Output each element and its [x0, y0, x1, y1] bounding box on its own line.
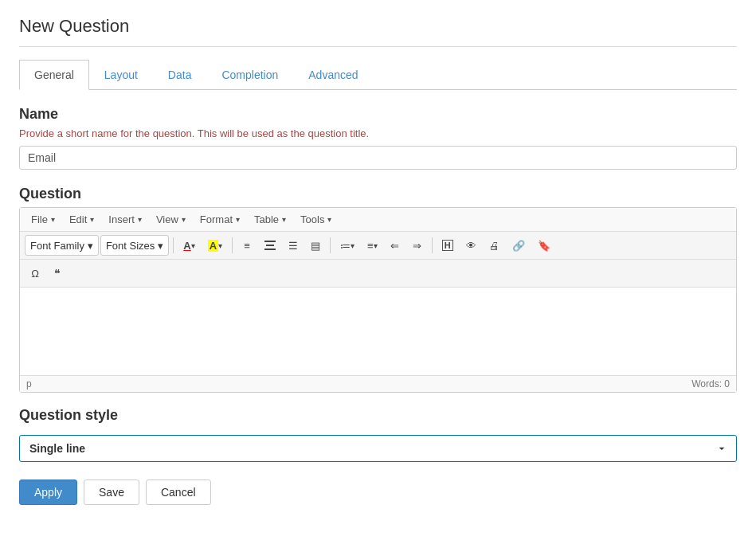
cancel-button[interactable]: Cancel	[146, 480, 211, 505]
question-style-title: Question style	[19, 407, 737, 424]
menu-format-caret: ▾	[236, 215, 240, 224]
special-char-icon: Ω	[31, 268, 39, 280]
align-left-button[interactable]: ≡	[237, 235, 257, 256]
block-quote-icon: ❝	[54, 267, 61, 280]
menu-insert-caret: ▾	[138, 215, 142, 224]
bookmark-icon: 🔖	[538, 240, 550, 252]
name-section-hint: Provide a short name for the question. T…	[19, 127, 737, 139]
numbered-list-icon: ≡	[367, 240, 374, 252]
find-replace-icon: H	[442, 240, 453, 251]
save-button[interactable]: Save	[84, 480, 139, 505]
font-color-button[interactable]: A ▾	[178, 235, 200, 256]
bullet-list-icon: ≔	[340, 240, 351, 252]
menu-file[interactable]: File ▾	[25, 211, 61, 228]
name-section: Name Provide a short name for the questi…	[19, 106, 737, 186]
menu-edit[interactable]: Edit ▾	[63, 211, 100, 228]
block-quote-button[interactable]: ❝	[47, 263, 68, 284]
bullet-list-button[interactable]: ≔ ▾	[335, 235, 360, 256]
font-color-icon: A	[183, 240, 190, 252]
font-family-dropdown[interactable]: Font Family ▾	[25, 235, 99, 256]
page-container: New Question General Layout Data Complet…	[0, 0, 756, 548]
link-button[interactable]: 🔗	[507, 235, 531, 256]
editor-word-count: Words: 0	[691, 378, 730, 389]
separator-4	[432, 237, 433, 253]
align-justify-icon: ▤	[311, 240, 320, 252]
align-center-icon	[264, 240, 276, 251]
menu-view[interactable]: View ▾	[150, 211, 192, 228]
preview-button[interactable]: 👁	[460, 235, 482, 256]
find-replace-button[interactable]: H	[437, 235, 459, 256]
tab-completion[interactable]: Completion	[206, 60, 293, 90]
font-sizes-caret-icon: ▾	[158, 240, 163, 252]
menu-tools[interactable]: Tools ▾	[294, 211, 338, 228]
menu-table-caret: ▾	[282, 215, 286, 224]
tab-data[interactable]: Data	[153, 60, 207, 90]
editor-menubar: File ▾ Edit ▾ Insert ▾ View ▾ Format ▾	[20, 208, 736, 232]
align-right-icon: ☰	[288, 240, 298, 252]
align-right-button[interactable]: ☰	[283, 235, 304, 256]
align-left-icon: ≡	[244, 240, 250, 252]
menu-edit-caret: ▾	[90, 215, 94, 224]
apply-button[interactable]: Apply	[19, 480, 77, 505]
menu-insert[interactable]: Insert ▾	[102, 211, 148, 228]
editor-toolbar-row1: Font Family ▾ Font Sizes ▾ A ▾ A ▾	[20, 232, 736, 260]
menu-file-caret: ▾	[51, 215, 55, 224]
numbered-list-button[interactable]: ≡ ▾	[362, 235, 383, 256]
font-sizes-dropdown[interactable]: Font Sizes ▾	[100, 235, 169, 256]
align-center-button[interactable]	[259, 235, 281, 256]
bg-color-icon: A	[208, 240, 218, 252]
menu-view-caret: ▾	[182, 215, 186, 224]
menu-format[interactable]: Format ▾	[194, 211, 246, 228]
bookmark-button[interactable]: 🔖	[532, 235, 556, 256]
question-style-select[interactable]: Single line Multiple lines Rich text	[19, 435, 737, 462]
print-button[interactable]: 🖨	[484, 235, 505, 256]
tabs-container: General Layout Data Completion Advanced	[19, 60, 737, 90]
font-color-dropdown-icon: ▾	[191, 241, 195, 250]
menu-tools-caret: ▾	[327, 215, 331, 224]
action-buttons: Apply Save Cancel	[19, 480, 737, 505]
special-char-button[interactable]: Ω	[25, 263, 45, 284]
question-style-section: Question style Single line Multiple line…	[19, 407, 737, 476]
editor-toolbar-row2: Ω ❝	[20, 260, 736, 288]
indent-button[interactable]: ⇒	[407, 235, 428, 256]
print-icon: 🖨	[489, 240, 499, 252]
editor-content-area[interactable]	[20, 288, 736, 375]
preview-icon: 👁	[466, 240, 476, 252]
menu-table[interactable]: Table ▾	[248, 211, 292, 228]
question-section: Question File ▾ Edit ▾ Insert ▾ View	[19, 186, 737, 393]
outdent-icon: ⇐	[390, 240, 399, 252]
align-justify-button[interactable]: ▤	[305, 235, 326, 256]
font-family-caret-icon: ▾	[88, 240, 93, 252]
link-icon: 🔗	[512, 240, 525, 252]
editor-statusbar: p Words: 0	[20, 375, 736, 392]
bg-color-button[interactable]: A ▾	[202, 235, 228, 256]
tab-advanced[interactable]: Advanced	[293, 60, 373, 90]
separator-1	[173, 237, 174, 253]
editor-container: File ▾ Edit ▾ Insert ▾ View ▾ Format ▾	[19, 207, 737, 393]
tab-layout[interactable]: Layout	[89, 60, 153, 90]
separator-3	[330, 237, 331, 253]
bg-color-dropdown-icon: ▾	[218, 241, 222, 250]
outdent-button[interactable]: ⇐	[385, 235, 405, 256]
editor-element-tag: p	[26, 378, 32, 389]
name-section-title: Name	[19, 106, 737, 123]
separator-2	[232, 237, 233, 253]
page-title: New Question	[19, 16, 737, 47]
tab-general[interactable]: General	[19, 60, 89, 90]
indent-icon: ⇒	[413, 240, 421, 252]
question-section-title: Question	[19, 186, 737, 202]
name-input[interactable]	[19, 146, 737, 170]
